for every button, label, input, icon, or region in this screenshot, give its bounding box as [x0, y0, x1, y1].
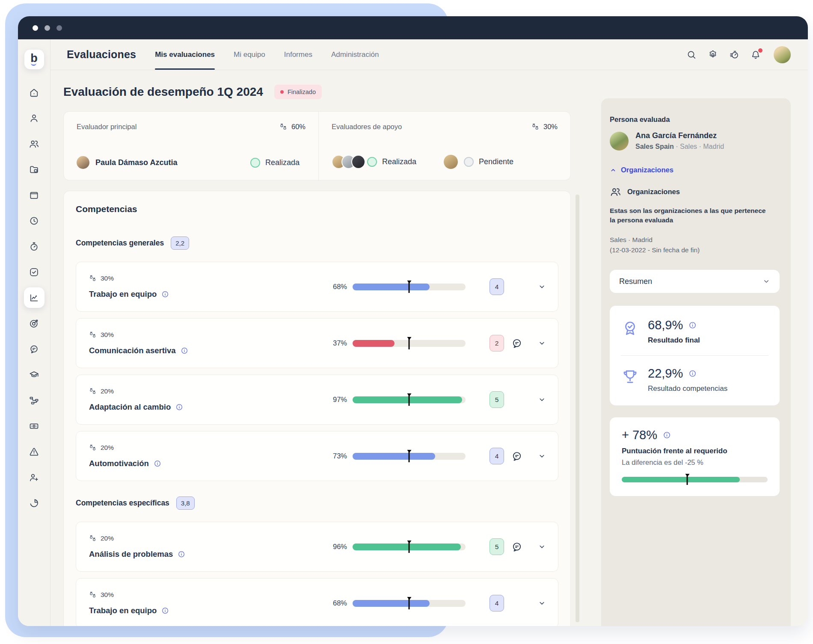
info-button[interactable]	[161, 290, 169, 298]
user-avatar[interactable]	[774, 46, 791, 63]
chevron-down-icon	[538, 452, 546, 460]
competency-row[interactable]: 30%Comunicación asertiva37%2	[76, 318, 558, 368]
sidebar-item-target[interactable]	[24, 313, 45, 334]
organizaciones-header: Organizaciones	[610, 186, 780, 198]
sidebar-item-check-square[interactable]	[24, 262, 45, 282]
tab-administraci-n[interactable]: Administración	[331, 39, 379, 70]
expand-button[interactable]	[538, 543, 546, 551]
competency-weight: 30%	[101, 331, 114, 339]
sidebar-item-chat[interactable]	[24, 339, 45, 359]
sidebar-item-home[interactable]	[24, 82, 45, 103]
user-plus-icon	[29, 472, 39, 483]
competency-actions: 4	[490, 595, 546, 612]
score-bar-fill	[622, 477, 740, 482]
competency-actions: 4	[490, 448, 546, 464]
principal-evaluator-label: Evaluador principal	[77, 123, 136, 131]
info-button[interactable]	[663, 431, 671, 439]
search-button[interactable]	[686, 50, 697, 60]
comment-icon	[511, 337, 523, 349]
expand-button[interactable]	[538, 599, 546, 607]
competency-row[interactable]: 20%Análisis de problemas96%5	[76, 522, 558, 572]
scale-icon	[89, 331, 97, 339]
score-vs-required-subtitle: La diferencia es del -25 %	[622, 458, 768, 467]
support-weight-value: 30%	[543, 123, 558, 131]
tab-mi-equipo[interactable]: Mi equipo	[234, 39, 265, 70]
progress-track	[353, 340, 466, 347]
competency-row[interactable]: 30%Trabajo en equipo68%4	[76, 578, 558, 626]
competency-row[interactable]: 20%Automotivación73%4	[76, 431, 558, 481]
required-marker	[409, 394, 410, 406]
principal-weight: 60%	[279, 123, 306, 131]
organizaciones-description: Estas son las organizaciones a las que p…	[610, 206, 772, 225]
gear-button[interactable]	[708, 50, 718, 60]
status-done-icon	[367, 157, 377, 167]
sidebar-item-users[interactable]	[24, 133, 45, 154]
window-control-maximize[interactable]	[56, 25, 62, 31]
support-pending-group: Pendiente	[444, 155, 513, 169]
comment-icon	[511, 541, 523, 553]
organizaciones-collapse-link[interactable]: Organizaciones	[610, 166, 674, 174]
comment-button[interactable]	[511, 450, 523, 462]
scale-icon	[89, 591, 97, 599]
expand-button[interactable]	[538, 339, 546, 347]
info-icon	[688, 369, 697, 378]
result-item: 22,9%Resultado competencias	[621, 355, 768, 404]
sidebar-item-calendar[interactable]	[24, 185, 45, 205]
tab-bar: Mis evaluacionesMi equipoInformesAdminis…	[155, 39, 379, 70]
sidebar-item-user[interactable]	[24, 108, 45, 128]
expand-button[interactable]	[538, 452, 546, 460]
progress-track	[353, 544, 466, 550]
bell-button[interactable]	[751, 50, 761, 60]
sidebar-item-pie-chart[interactable]	[24, 493, 45, 513]
scale-icon	[89, 275, 97, 282]
support-weight: 30%	[531, 123, 558, 131]
banknote-icon	[29, 421, 39, 431]
expand-button[interactable]	[538, 283, 546, 291]
required-marker	[409, 281, 410, 293]
expand-button[interactable]	[538, 396, 546, 404]
resumen-select[interactable]: Resumen	[610, 270, 780, 293]
competency-row[interactable]: 30%Trabajo en equipo68%4	[76, 262, 558, 312]
window-control-minimize[interactable]	[45, 25, 50, 31]
sidebar-item-folder[interactable]	[24, 159, 45, 180]
info-icon	[178, 550, 185, 558]
info-button[interactable]	[154, 460, 161, 467]
principal-status-label: Realizada	[265, 158, 300, 167]
scrollbar[interactable]	[576, 195, 579, 622]
info-button[interactable]	[181, 347, 188, 354]
competency-info: 30%Comunicación asertiva	[89, 331, 188, 355]
app-logo[interactable]: b	[24, 50, 44, 69]
timer-button[interactable]	[729, 50, 739, 60]
info-button[interactable]	[161, 607, 169, 614]
sidebar-item-line-chart[interactable]	[24, 287, 45, 308]
chevron-down-icon	[538, 339, 546, 347]
window-control-close[interactable]	[33, 25, 38, 31]
competency-percent: 96%	[327, 543, 347, 551]
competency-progress: 37%	[327, 339, 466, 347]
sidebar-item-org-chart[interactable]	[24, 390, 45, 411]
info-button[interactable]	[688, 369, 697, 378]
info-button[interactable]	[688, 321, 697, 329]
required-marker	[687, 474, 688, 485]
sidebar-item-warning-triangle[interactable]	[24, 441, 45, 462]
organization-name: Sales · Madrid	[610, 235, 780, 245]
sidebar-item-stopwatch[interactable]	[24, 236, 45, 257]
sidebar-item-user-plus[interactable]	[24, 467, 45, 487]
tab-mis-evaluaciones[interactable]: Mis evaluaciones	[155, 39, 215, 70]
tab-informes[interactable]: Informes	[284, 39, 312, 70]
sidebar-item-clock[interactable]	[24, 210, 45, 231]
info-button[interactable]	[178, 550, 185, 558]
sidebar-item-banknote[interactable]	[24, 416, 45, 436]
comment-button[interactable]	[511, 541, 523, 553]
info-button[interactable]	[175, 403, 183, 411]
competency-percent: 37%	[327, 339, 347, 347]
required-marker	[409, 541, 410, 553]
competency-row[interactable]: 20%Adaptación al cambio97%5	[76, 375, 558, 425]
sidebar-item-graduation-cap[interactable]	[24, 364, 45, 385]
comment-button[interactable]	[511, 337, 523, 349]
competency-progress: 68%	[327, 283, 466, 291]
scale-icon	[89, 387, 97, 395]
competency-weight: 30%	[101, 591, 114, 599]
progress-fill	[353, 396, 462, 403]
principal-weight-value: 60%	[291, 123, 306, 131]
